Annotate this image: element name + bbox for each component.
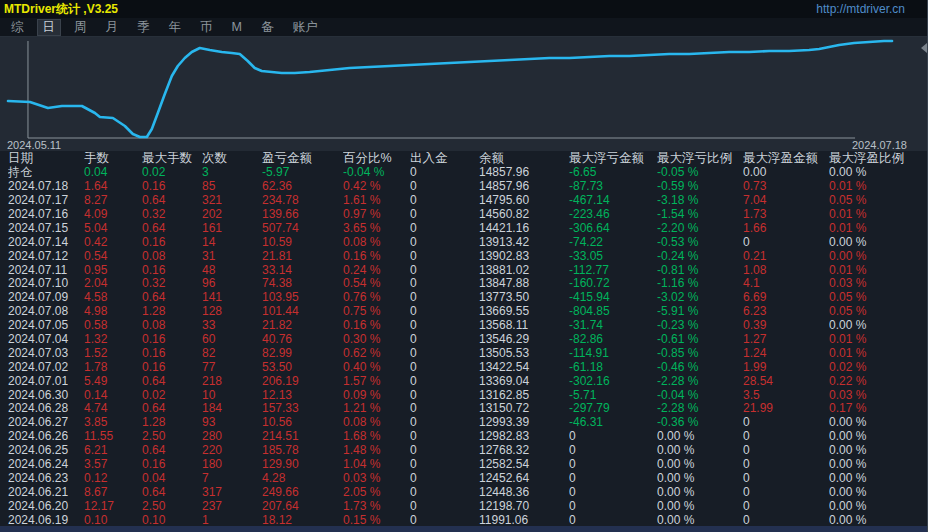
menu-tab-月[interactable]: 月 bbox=[101, 20, 124, 35]
chart-start-date-label: 2024.05.11 bbox=[7, 139, 61, 151]
table-cell: 0.62 % bbox=[343, 347, 410, 360]
table-cell: 0 bbox=[410, 166, 479, 179]
table-cell: 2024.07.03 bbox=[8, 347, 84, 360]
mtdriver-link[interactable]: http://mtdriver.cn bbox=[816, 2, 905, 16]
table-cell: -5.97 bbox=[262, 166, 343, 179]
table-cell: 0.05 % bbox=[829, 305, 927, 318]
table-cell: 14421.16 bbox=[479, 222, 569, 235]
table-cell: 0.00 % bbox=[829, 444, 927, 457]
table-cell: 0.03 % bbox=[829, 277, 927, 290]
table-cell: 0.00 % bbox=[829, 430, 927, 443]
table-cell: 0.97 % bbox=[343, 208, 410, 221]
table-cell: 8.27 bbox=[84, 194, 142, 207]
table-cell: 10.56 bbox=[262, 416, 343, 429]
table-cell: 13422.54 bbox=[479, 361, 569, 374]
table-cell: 0 bbox=[743, 472, 829, 485]
table-cell: 2024.07.12 bbox=[8, 250, 84, 263]
table-cell: 103.95 bbox=[262, 291, 343, 304]
table-cell: 0.30 % bbox=[343, 333, 410, 346]
table-cell: 206.19 bbox=[262, 375, 343, 388]
table-cell: -114.91 bbox=[569, 347, 657, 360]
equity-chart[interactable]: 2024.05.11 2024.07.18 bbox=[0, 37, 927, 151]
table-cell: 3.65 % bbox=[343, 222, 410, 235]
table-cell: 12993.39 bbox=[479, 416, 569, 429]
table-cell: 0.04 bbox=[142, 472, 202, 485]
column-header: 出入金 bbox=[410, 152, 479, 165]
table-cell: 62.36 bbox=[262, 180, 343, 193]
table-cell: 14560.82 bbox=[479, 208, 569, 221]
table-cell: 0.01 % bbox=[829, 222, 927, 235]
table-cell: 0.16 bbox=[142, 361, 202, 374]
table-cell: -0.59 % bbox=[657, 180, 743, 193]
table-cell: 11.55 bbox=[84, 430, 142, 443]
table-cell: 6.69 bbox=[743, 291, 829, 304]
table-cell: 1.99 bbox=[743, 361, 829, 374]
column-header: 最大手数 bbox=[142, 152, 202, 165]
table-cell: 0 bbox=[410, 402, 479, 415]
table-cell: 1.57 % bbox=[343, 375, 410, 388]
table-cell: 2024.06.27 bbox=[8, 416, 84, 429]
table-cell: 0.03 % bbox=[829, 389, 927, 402]
table-cell: 1.48 % bbox=[343, 444, 410, 457]
table-cell: 13150.72 bbox=[479, 402, 569, 415]
table-row: 2024.06.190.100.10118.120.15 %011991.060… bbox=[0, 513, 927, 527]
app-title: MTDriver统计 ,V3.25 bbox=[4, 1, 118, 18]
table-row: 2024.06.284.740.64184157.331.21 %013150.… bbox=[0, 402, 927, 416]
table-cell: 2024.07.18 bbox=[8, 180, 84, 193]
table-cell: 1.64 bbox=[84, 180, 142, 193]
menu-tab-币[interactable]: 币 bbox=[195, 20, 218, 35]
table-cell: 0 bbox=[743, 444, 829, 457]
table-cell: 21.99 bbox=[743, 402, 829, 415]
table-cell: 0.02 bbox=[142, 166, 202, 179]
table-cell: -74.22 bbox=[569, 236, 657, 249]
table-cell: -33.05 bbox=[569, 250, 657, 263]
table-cell: 2024.06.28 bbox=[8, 402, 84, 415]
table-cell: 0.73 bbox=[743, 180, 829, 193]
table-row: 2024.06.218.670.64317249.662.05 %012448.… bbox=[0, 485, 927, 499]
table-cell: 7.04 bbox=[743, 194, 829, 207]
table-cell: -82.86 bbox=[569, 333, 657, 346]
column-header: 最大浮亏比例 bbox=[657, 152, 743, 165]
table-cell: 0.64 bbox=[142, 194, 202, 207]
table-cell: 0.58 bbox=[84, 319, 142, 332]
table-cell: 0 bbox=[410, 486, 479, 499]
table-cell: 0 bbox=[410, 375, 479, 388]
table-cell: 0 bbox=[410, 347, 479, 360]
table-cell: 0.08 % bbox=[343, 236, 410, 249]
table-cell: 2024.07.16 bbox=[8, 208, 84, 221]
menu-tab-账户[interactable]: 账户 bbox=[287, 20, 322, 35]
table-cell: 1.73 bbox=[743, 208, 829, 221]
table-cell: 3 bbox=[202, 166, 262, 179]
table-cell: 0 bbox=[569, 458, 657, 471]
table-cell: 0.00 % bbox=[829, 250, 927, 263]
table-row: 2024.07.155.040.64161507.743.65 %014421.… bbox=[0, 221, 927, 235]
menu-tab-日[interactable]: 日 bbox=[38, 20, 61, 35]
table-row: 2024.07.120.540.083121.810.16 %013902.83… bbox=[0, 249, 927, 263]
column-header: 百分比% bbox=[343, 152, 410, 165]
table-cell: 12448.36 bbox=[479, 486, 569, 499]
table-cell: -3.18 % bbox=[657, 194, 743, 207]
menu-tab-年[interactable]: 年 bbox=[164, 20, 187, 35]
menu-tab-M[interactable]: M bbox=[227, 20, 247, 35]
menu-tab-周[interactable]: 周 bbox=[69, 20, 92, 35]
menu-tab-综[interactable]: 综 bbox=[6, 20, 29, 35]
table-cell: 0 bbox=[743, 236, 829, 249]
table-cell: 139.66 bbox=[262, 208, 343, 221]
table-cell: 2024.07.08 bbox=[8, 305, 84, 318]
table-cell: 0 bbox=[410, 333, 479, 346]
menu-tab-备[interactable]: 备 bbox=[256, 20, 279, 35]
column-header: 盈亏金额 bbox=[262, 152, 343, 165]
table-cell: 11991.06 bbox=[479, 514, 569, 527]
table-cell: 0.10 bbox=[84, 514, 142, 527]
window-bottom-edge bbox=[0, 526, 927, 532]
table-cell: 0 bbox=[410, 291, 479, 304]
table-cell: -0.53 % bbox=[657, 236, 743, 249]
table-cell: -1.54 % bbox=[657, 208, 743, 221]
splitter-handle-icon[interactable] bbox=[921, 43, 927, 53]
table-cell: 0.01 % bbox=[829, 264, 927, 277]
table-cell: 0 bbox=[410, 194, 479, 207]
menu-tab-季[interactable]: 季 bbox=[132, 20, 155, 35]
table-cell: 74.38 bbox=[262, 277, 343, 290]
table-cell: 0.00 % bbox=[829, 166, 927, 179]
table-cell: 0.64 bbox=[142, 444, 202, 457]
